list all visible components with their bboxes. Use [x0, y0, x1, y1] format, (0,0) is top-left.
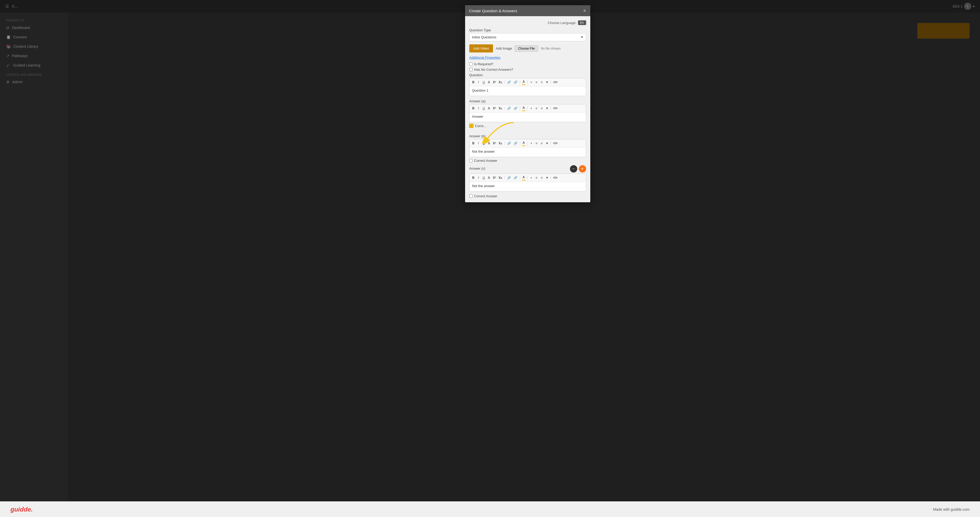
guidde-logo: guidde.: [10, 506, 33, 513]
separator: [504, 80, 505, 84]
link-btn-b[interactable]: 🔗: [506, 141, 512, 146]
create-question-modal: Create Question & Answers × Choose Langu…: [465, 5, 590, 202]
source-button[interactable]: </>: [552, 80, 559, 85]
source-btn-a[interactable]: </>: [552, 106, 559, 111]
answer-b-text: Not the answer: [472, 150, 495, 153]
additional-properties-link[interactable]: Additional Properties: [469, 56, 586, 59]
underline-btn-b[interactable]: U: [482, 141, 486, 146]
sub-btn-c[interactable]: X₂: [498, 176, 503, 180]
align-button[interactable]: ≡: [539, 80, 544, 85]
answer-a-correct-label: Corre...: [475, 124, 486, 128]
answer-a-correct-checkbox[interactable]: [469, 124, 473, 128]
has-no-correct-row: Has No Correct Answers?: [469, 68, 586, 72]
underline-btn-a[interactable]: U: [482, 106, 486, 111]
question-rte-toolbar: B I U S X² X₂ 🔗 🔗 A • ≡: [469, 78, 586, 86]
question-type-select[interactable]: Inline Questions: [469, 33, 586, 41]
strike-btn-b[interactable]: S: [487, 141, 492, 146]
question-type-group: Question Type Inline Questions: [469, 28, 586, 41]
color-btn-a[interactable]: A: [522, 105, 526, 110]
unlink-btn-a[interactable]: 🔗: [512, 106, 519, 111]
made-with-text: Made with guidde.com: [933, 507, 970, 512]
underline-btn-c[interactable]: U: [482, 176, 486, 180]
bullet-btn-c[interactable]: •: [529, 176, 534, 180]
unlink-btn-b[interactable]: 🔗: [512, 141, 519, 146]
italic-button[interactable]: I: [476, 80, 481, 85]
answer-a-content[interactable]: Answer: [469, 112, 586, 122]
color-btn-c[interactable]: A: [522, 175, 526, 180]
source-btn-b[interactable]: </>: [552, 141, 559, 146]
no-file-text: No file chosen: [541, 47, 560, 50]
add-answer-button[interactable]: +: [579, 165, 586, 172]
bullet-list-button[interactable]: •: [529, 80, 534, 85]
link-button[interactable]: 🔗: [506, 80, 512, 85]
answer-a-label: Answer (a): [469, 99, 586, 103]
more-btn-b[interactable]: ▾: [545, 141, 549, 146]
italic-btn-b[interactable]: I: [476, 141, 481, 146]
is-required-row: Is Required?: [469, 62, 586, 66]
bullet-btn-a[interactable]: •: [529, 106, 534, 111]
remove-answer-button[interactable]: −: [570, 165, 577, 172]
color-underline-a: [522, 110, 525, 111]
modal-body: Choose Language: En Question Type Inline…: [465, 16, 590, 202]
answer-b-toolbar: B I U S X² X₂ 🔗 🔗 A • ≡: [469, 139, 586, 147]
more-button[interactable]: ▾: [545, 80, 549, 85]
answer-c-section: Answer (c) − + B I U S X² X₂ 🔗 🔗: [469, 165, 586, 198]
sup-btn-b[interactable]: X²: [492, 141, 497, 146]
bold-button[interactable]: B: [471, 80, 476, 85]
align-btn-c[interactable]: ≡: [539, 176, 544, 180]
link-btn-a[interactable]: 🔗: [506, 106, 512, 111]
answer-c-correct-checkbox[interactable]: [469, 195, 473, 198]
bullet-btn-b[interactable]: •: [529, 141, 534, 146]
subscript-button[interactable]: X₂: [498, 80, 503, 85]
unlink-button[interactable]: 🔗: [512, 80, 519, 85]
has-no-correct-checkbox[interactable]: [469, 68, 473, 71]
source-btn-c[interactable]: </>: [552, 176, 559, 180]
modal-close-button[interactable]: ×: [583, 8, 586, 13]
italic-btn-c[interactable]: I: [476, 176, 481, 180]
answer-b-label: Answer (b): [469, 134, 586, 138]
color-button[interactable]: A: [522, 79, 526, 84]
answer-c-label: Answer (c): [469, 166, 485, 171]
sub-btn-a[interactable]: X₂: [498, 106, 503, 111]
answer-c-toolbar: B I U S X² X₂ 🔗 🔗 A • ≡: [469, 174, 586, 182]
separator: [504, 176, 505, 180]
answer-b-correct-checkbox[interactable]: [469, 159, 473, 162]
bold-btn-a[interactable]: B: [471, 106, 476, 111]
strike-btn-a[interactable]: S: [487, 106, 492, 111]
separator: [527, 176, 528, 180]
answer-b-content[interactable]: Not the answer: [469, 147, 586, 157]
unlink-btn-c[interactable]: 🔗: [512, 176, 519, 180]
ordered-btn-a[interactable]: ≡: [534, 106, 539, 111]
separator: [504, 107, 505, 110]
align-btn-b[interactable]: ≡: [539, 141, 544, 146]
language-row: Choose Language: En: [469, 20, 586, 25]
color-btn-b[interactable]: A: [522, 140, 526, 145]
bold-btn-b[interactable]: B: [471, 141, 476, 146]
separator: [527, 142, 528, 145]
choose-file-button[interactable]: Choose File: [515, 45, 538, 52]
ordered-list-button[interactable]: ≡: [534, 80, 539, 85]
bottom-bar: guidde. Made with guidde.com: [0, 501, 980, 517]
ordered-btn-b[interactable]: ≡: [534, 141, 539, 146]
more-btn-c[interactable]: ▾: [545, 176, 549, 180]
answer-c-content[interactable]: Not the answer: [469, 182, 586, 191]
sup-btn-a[interactable]: X²: [492, 106, 497, 111]
ordered-btn-c[interactable]: ≡: [534, 176, 539, 180]
question-content[interactable]: Question 1: [469, 86, 586, 96]
sub-btn-b[interactable]: X₂: [498, 141, 503, 146]
underline-button[interactable]: U: [482, 80, 486, 85]
more-btn-a[interactable]: ▾: [545, 106, 549, 111]
answer-b-correct-label: Correct Answer: [474, 159, 498, 163]
link-btn-c[interactable]: 🔗: [506, 176, 512, 180]
bold-btn-c[interactable]: B: [471, 176, 476, 180]
is-required-checkbox[interactable]: [469, 62, 473, 66]
language-badge[interactable]: En: [578, 20, 586, 25]
answer-a-text: Answer: [472, 115, 484, 118]
strikethrough-button[interactable]: S: [487, 80, 492, 85]
align-btn-a[interactable]: ≡: [539, 106, 544, 111]
italic-btn-a[interactable]: I: [476, 106, 481, 111]
add-video-button[interactable]: Add Video: [469, 45, 493, 53]
strike-btn-c[interactable]: S: [487, 176, 492, 180]
superscript-button[interactable]: X²: [492, 80, 497, 85]
sup-btn-c[interactable]: X²: [492, 176, 497, 180]
